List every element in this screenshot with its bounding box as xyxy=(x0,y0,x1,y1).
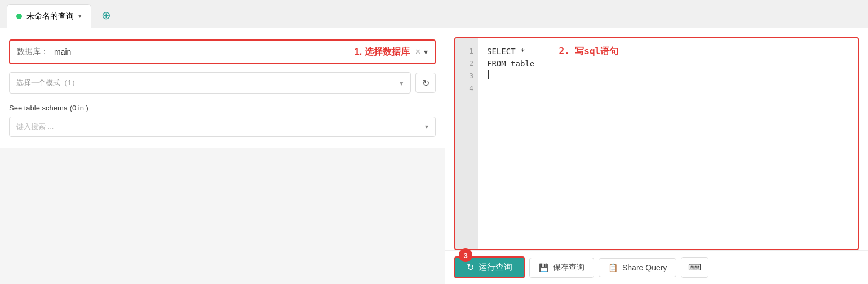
annotation-run-number: 3 xyxy=(463,251,467,260)
schema-section: See table schema (0 in ) 键入搜索 ... ▾ xyxy=(9,104,436,137)
share-label: Share Query xyxy=(622,263,667,272)
mode-placeholder: 选择一个模式（1） xyxy=(16,78,79,88)
add-tab-button[interactable]: ⊕ xyxy=(96,5,116,25)
refresh-icon: ↻ xyxy=(422,78,429,88)
line-num-3: 3 xyxy=(469,70,473,82)
tab-chevron-icon[interactable]: ▾ xyxy=(78,12,82,20)
mode-dropdown[interactable]: 选择一个模式（1） ▾ xyxy=(9,72,411,94)
tab-status-dot xyxy=(16,14,22,19)
keyboard-icon: ⌨ xyxy=(688,262,701,273)
db-actions: × ▾ xyxy=(415,47,428,57)
db-selector[interactable]: 数据库： main 1. 选择数据库 × ▾ xyxy=(9,39,436,64)
save-query-button[interactable]: 💾 保存查询 xyxy=(529,258,594,278)
code-text-2: FROM table xyxy=(487,57,534,70)
main-content: 数据库： main 1. 选择数据库 × ▾ 选择一个模式（1） ▾ ↻ xyxy=(0,28,868,284)
mode-dropdown-icon: ▾ xyxy=(400,79,404,87)
mode-selector-row: 选择一个模式（1） ▾ ↻ xyxy=(9,72,436,94)
save-icon: 💾 xyxy=(539,263,548,272)
tab-bar: 未命名的查询 ▾ ⊕ xyxy=(0,0,868,28)
schema-search-dropdown[interactable]: 键入搜索 ... ▾ xyxy=(9,117,436,137)
save-label: 保存查询 xyxy=(553,263,584,273)
db-dropdown-icon[interactable]: ▾ xyxy=(424,47,428,56)
code-line-3 xyxy=(487,70,849,79)
refresh-button[interactable]: ↻ xyxy=(415,73,436,93)
db-clear-icon[interactable]: × xyxy=(415,47,420,57)
code-line-2: FROM table xyxy=(487,57,849,70)
code-editor[interactable]: 1 2 3 4 SELECT * 2. 写sql语句 FROM table xyxy=(454,37,859,250)
schema-label: See table schema (0 in ) xyxy=(9,104,436,112)
share-icon: 📋 xyxy=(608,263,618,272)
line-num-2: 2 xyxy=(469,57,473,70)
annotation-write-sql: 2. 写sql语句 xyxy=(559,45,618,57)
cursor xyxy=(488,70,489,79)
annotation-run-badge: 3 xyxy=(459,248,472,262)
share-query-button[interactable]: 📋 Share Query xyxy=(599,258,676,277)
line-numbers: 1 2 3 4 xyxy=(455,38,478,249)
annotation-select-db: 1. 选择数据库 xyxy=(355,46,410,58)
line-num-1: 1 xyxy=(469,45,473,57)
left-panel-wrapper: 数据库： main 1. 选择数据库 × ▾ 选择一个模式（1） ▾ ↻ xyxy=(0,28,445,284)
db-value: main xyxy=(54,47,349,56)
run-button-wrapper: 3 ↻ 运行查询 xyxy=(454,256,525,278)
schema-search-placeholder: 键入搜索 ... xyxy=(16,122,54,132)
code-line-1: SELECT * 2. 写sql语句 xyxy=(487,45,849,57)
keyboard-shortcut-button[interactable]: ⌨ xyxy=(681,257,708,278)
toolbar: 3 ↻ 运行查询 💾 保存查询 📋 Share Query ⌨ xyxy=(445,250,868,284)
run-icon: ↻ xyxy=(467,262,474,273)
add-tab-icon: ⊕ xyxy=(101,8,111,22)
db-label: 数据库： xyxy=(17,47,48,57)
schema-search-arrow-icon: ▾ xyxy=(425,123,428,131)
code-content[interactable]: SELECT * 2. 写sql语句 FROM table xyxy=(478,38,858,249)
active-tab[interactable]: 未命名的查询 ▾ xyxy=(7,4,91,28)
code-text-1: SELECT * xyxy=(487,45,525,57)
left-panel: 数据库： main 1. 选择数据库 × ▾ 选择一个模式（1） ▾ ↻ xyxy=(0,28,445,148)
tab-label: 未命名的查询 xyxy=(26,11,74,21)
right-panel: 1 2 3 4 SELECT * 2. 写sql语句 FROM table xyxy=(445,28,868,284)
run-label: 运行查询 xyxy=(479,262,512,273)
line-num-4: 4 xyxy=(469,82,473,95)
